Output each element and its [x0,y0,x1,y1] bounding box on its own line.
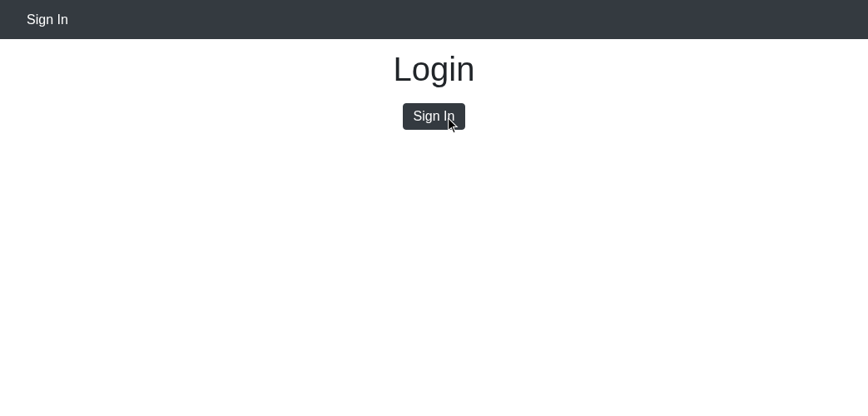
signin-button[interactable]: Sign In [403,103,466,130]
page-title: Login [0,51,868,88]
navbar: Sign In [0,0,868,39]
nav-signin-link[interactable]: Sign In [13,1,82,39]
main-content: Login Sign In [0,39,868,130]
